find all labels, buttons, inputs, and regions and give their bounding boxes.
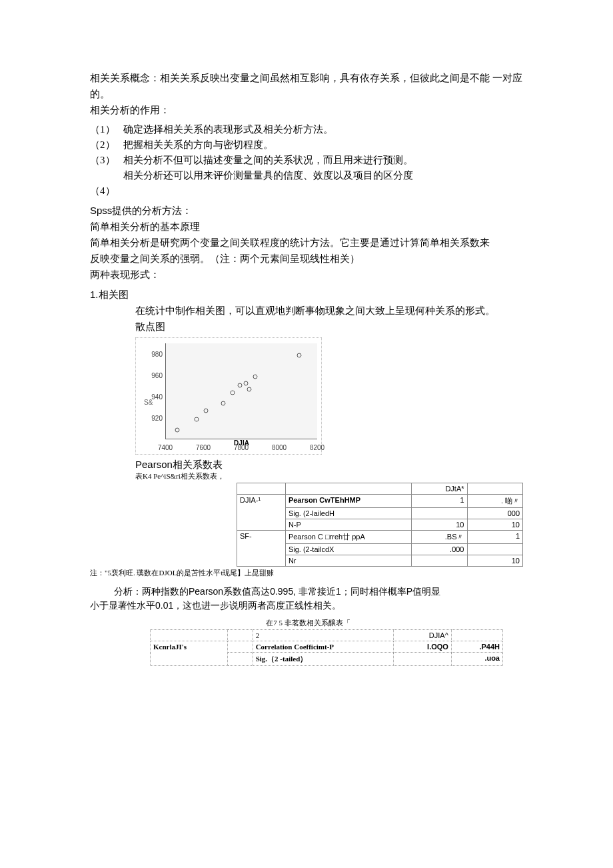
intro-concept: 相关关系概念：相关关系反映出变量之间虽然相互影响，具有依存关系，但彼此之间是不能…	[90, 70, 526, 102]
list-num: （3）	[90, 154, 123, 167]
list-text: 相关分析还可以用来评价测量量具的信度、效度以及项目的区分度	[123, 169, 526, 182]
principle-text: 简单相关分析是研究两个变量之间关联程度的统计方法。它主要是通过计算简单相关系数来	[90, 235, 526, 251]
row-label: DJIA-¹	[237, 495, 286, 531]
data-point	[230, 391, 235, 395]
x-tick-label: 7400	[152, 444, 179, 451]
list-num: （1）	[90, 123, 123, 136]
role-list: （1） 确定选择相关关系的表现形式及相关分析方法。 （2） 把握相关关系的方向与…	[90, 123, 526, 197]
stat-label: Sig. (2-tailcdX	[285, 544, 411, 555]
cell-value: 10	[467, 555, 523, 567]
cell-value	[467, 544, 523, 555]
table-row: DJtA*	[237, 483, 523, 495]
list-item: （2） 把握相关关系的方向与密切程度。	[90, 139, 526, 151]
spss-heading: Spss提供的分析方法：	[90, 203, 526, 219]
data-point	[247, 387, 252, 392]
y-tick-label: 920	[136, 415, 163, 422]
data-point	[253, 375, 257, 379]
list-text: 相关分析不但可以描述变量之间的关系状况，而且用来进行预测。	[123, 154, 526, 167]
pearson-caption: 表K4 Pe^iS&ri相关系数表，	[135, 471, 526, 481]
list-item: 相关分析还可以用来评价测量量具的信度、效度以及项目的区分度	[90, 169, 526, 182]
scatter-title: 散点图	[135, 319, 526, 335]
table-row: SF- Pearson C □rreh廿 ppA .BS〃 1	[237, 531, 523, 544]
cell-value	[412, 555, 467, 567]
list-num: （2）	[90, 139, 123, 151]
row-label: KcnrlaJI's	[151, 641, 228, 666]
table2-caption: 在7 5 非茗数相关系醸表「	[90, 618, 526, 628]
principle-text2: 反映变量之间关系的强弱。（注：两个元素间呈现线性相关）	[90, 251, 526, 267]
analysis-text2: 小于显著性水平0.01，这也进一步说明两者高度正线性相关。	[90, 599, 341, 613]
pearson-table: DJtA* DJIA-¹ Pearson CwTEhHMP 1 . 啲〃 Sig…	[237, 483, 523, 567]
cell-value: 10	[412, 519, 467, 531]
data-point	[203, 409, 208, 413]
pearson-heading: Pearson相关系数表	[135, 459, 526, 471]
cell-value	[412, 508, 467, 519]
stat-label: Pearson CwTEhHMP	[285, 495, 411, 508]
col-header: DJtA*	[412, 483, 467, 495]
row-label: SF-	[237, 531, 286, 567]
cell-value: I.OQO	[394, 641, 452, 653]
y-tick-label: 960	[136, 372, 163, 379]
stat-label: Sig. (2-lailedH	[285, 508, 411, 519]
x-tick-label: 8000	[266, 444, 293, 451]
table-row: 2 DJIA^	[151, 630, 503, 641]
stat-label: Pearson C □rreh廿 ppA	[285, 531, 411, 544]
stat-label: N-P	[285, 519, 411, 531]
list-text: 把握相关关系的方向与密切程度。	[123, 139, 526, 151]
cell-value: .uoa	[451, 653, 502, 666]
cell-value	[394, 653, 452, 666]
section-1-heading: 1.相关图	[90, 287, 526, 303]
list-item: （3） 相关分析不但可以描述变量之间的关系状况，而且用来进行预测。	[90, 154, 526, 167]
list-num: （4）	[90, 185, 123, 197]
cell-value: 10	[467, 519, 523, 531]
data-point	[297, 353, 301, 358]
y-tick-label: 980	[136, 351, 163, 358]
table-row: DJIA-¹ Pearson CwTEhHMP 1 . 啲〃	[237, 495, 523, 508]
data-point	[238, 383, 243, 387]
cell-value: 1	[412, 495, 467, 508]
cell-value: .000	[412, 544, 467, 555]
cell-value: .P44H	[451, 641, 502, 653]
table-row: KcnrlaJI's Correlation Coefficimt-P I.OQ…	[151, 641, 503, 653]
list-item: （4）	[90, 185, 526, 197]
x-tick-label: 7800	[228, 444, 255, 451]
col-header: 2	[253, 630, 394, 641]
cell-value: 1	[467, 531, 523, 544]
scatter-plot: DJIAS& 92094096098074007600780080008200	[135, 337, 322, 455]
stat-label: Nr	[285, 555, 411, 567]
x-tick-label: 8200	[304, 444, 330, 451]
data-point	[221, 401, 225, 406]
forms-heading: 两种表现形式：	[90, 267, 526, 283]
scatter-desc: 在统计中制作相关图，可以直观地判断事物现象之间大致上呈现何种关系的形式。	[135, 303, 526, 319]
nonparam-table: 2 DJIA^ KcnrlaJI's Correlation Coefficim…	[150, 629, 503, 666]
cell-value: 000	[467, 508, 523, 519]
col-header: DJIA^	[394, 630, 452, 641]
principle-heading: 简单相关分析的基本原理	[90, 219, 526, 235]
cell-value: .BS〃	[412, 531, 467, 544]
intro-role: 相关分析的作用：	[90, 102, 526, 118]
stat-label: Correlation Coefficimt-P	[253, 641, 394, 653]
stat-label: Sig.（2 -tailed）	[253, 653, 394, 666]
x-tick-label: 7600	[190, 444, 217, 451]
y-tick-label: 940	[136, 393, 163, 401]
data-point	[175, 428, 180, 433]
pearson-footnote: 注："5裵利旺. 璞数在DJOL的是苫性水平t现尾】上昆甜赇	[90, 568, 526, 578]
analysis-text1: 分析：两种指数的Pearson系数值高达0.995, 非常接近1；同时相伴概率P…	[114, 586, 440, 597]
list-item: （1） 确定选择相关关系的表现形式及相关分析方法。	[90, 123, 526, 136]
list-text: 确定选择相关关系的表现形式及相关分析方法。	[123, 123, 526, 136]
data-point	[243, 381, 248, 385]
data-point	[194, 417, 199, 422]
cell-value: . 啲〃	[467, 495, 523, 508]
